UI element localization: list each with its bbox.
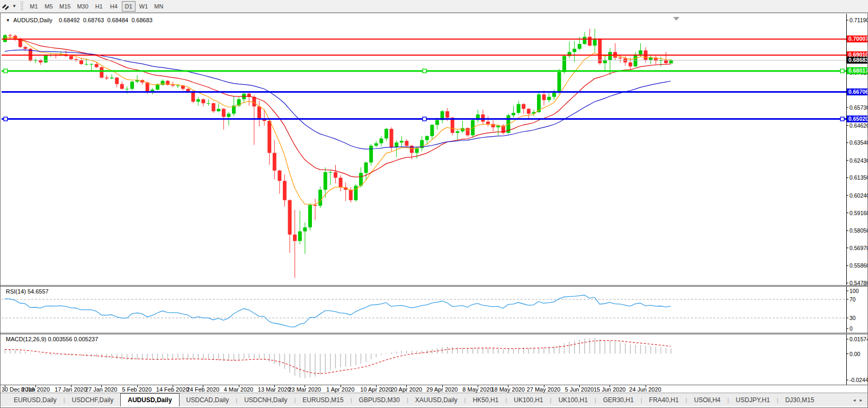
timeframe-button-m5[interactable]: M5 <box>42 1 56 12</box>
timeframe-button-m15[interactable]: M15 <box>57 1 73 12</box>
timeframe-button-mn[interactable]: MN <box>151 1 166 12</box>
time-axis-label: 5 Feb 2020 <box>122 386 152 393</box>
rsi-chart[interactable] <box>1 287 867 333</box>
chart-tab-uk100-h1[interactable]: UK100,H1 <box>551 393 594 406</box>
time-axis-label: 29 Apr 2020 <box>426 386 458 393</box>
macd-axis-label: -0.024413 <box>849 377 867 383</box>
chart-tab-usdcad-daily[interactable]: USDCAD,Daily <box>180 393 236 406</box>
timeframe-button-w1[interactable]: W1 <box>137 1 151 12</box>
price-axis-tick-label: 0.54780 <box>849 280 867 285</box>
chart-tab-dj30-m15[interactable]: DJ30,M15 <box>778 393 821 406</box>
line-handle[interactable] <box>423 117 426 121</box>
candle-body <box>593 39 597 46</box>
candle-body <box>283 181 287 200</box>
line-handle[interactable] <box>423 69 426 73</box>
candle-body <box>547 97 551 100</box>
macd-chart[interactable] <box>1 334 867 385</box>
chart-symbol-period: AUDUSD,Daily <box>13 17 52 23</box>
line-handle[interactable] <box>4 117 7 121</box>
timeframe-button-h4[interactable]: H4 <box>107 1 121 12</box>
chart-tab-hk50-h1[interactable]: HK50,H1 <box>466 393 506 406</box>
price-axis-tick-label: 0.65730 <box>849 104 867 111</box>
candle-body <box>451 118 454 133</box>
symbol-dropdown-icon[interactable]: ▼ <box>6 18 10 23</box>
main-chart-panel[interactable]: ▼ AUDUSD,Daily 0.68492 0.68763 0.68484 0… <box>1 14 867 285</box>
candle-body <box>95 64 99 67</box>
rsi-panel[interactable]: RSI(14) 54.6557 10070300 <box>1 287 867 333</box>
candle-body <box>191 91 195 102</box>
time-axis-label: 24 Feb 2020 <box>186 386 219 393</box>
rsi-axis-label: 0 <box>849 325 853 332</box>
candle-body <box>196 99 200 102</box>
chart-tab-ger30-h1[interactable]: GER30,H1 <box>596 393 641 406</box>
time-axis-label: 8 Jan 2020 <box>21 386 50 393</box>
price-axis-tick-label: 0.71190 <box>849 17 867 23</box>
chart-tab-uk100-h1[interactable]: UK100,H1 <box>507 393 550 406</box>
timeframe-button-m1[interactable]: M1 <box>27 1 41 12</box>
candle-body <box>588 37 592 46</box>
candle-body <box>598 39 602 63</box>
chart-tab-usdcnh-daily[interactable]: USDCNH,Daily <box>237 393 294 406</box>
price-axis-tick-label: 0.61350 <box>849 174 867 181</box>
chart-tab-audusd-daily[interactable]: AUDUSD,Daily <box>120 393 179 406</box>
price-axis-tick-label: 0.59160 <box>849 210 867 216</box>
chart-tab-xauusd-daily[interactable]: XAUUSD,Daily <box>408 393 464 406</box>
candle-body <box>110 78 114 79</box>
price-label: 0.66706 <box>847 88 867 95</box>
candle-body <box>227 114 230 117</box>
candlestick-chart[interactable] <box>1 14 867 285</box>
chart-window: ▼ AUDUSD,Daily 0.68492 0.68763 0.68484 0… <box>0 13 868 408</box>
candle-body <box>318 190 322 206</box>
rsi-axis-label: 70 <box>849 296 856 303</box>
candle-body <box>334 172 337 178</box>
chart-tab-usdjpy-h1[interactable]: USDJPY,H1 <box>729 393 776 406</box>
chart-tab-usoil-h4[interactable]: USOil,H4 <box>687 393 727 406</box>
chart-tab-fra40-h1[interactable]: FRA40,H1 <box>642 393 686 406</box>
macd-signal-line <box>5 341 671 374</box>
candle-body <box>298 232 302 241</box>
candle-body <box>293 235 297 241</box>
chart-tool-icon[interactable] <box>1 2 11 11</box>
candle-body <box>527 109 531 113</box>
candle-body <box>125 89 129 90</box>
time-axis-label: 17 Jan 2020 <box>55 386 87 393</box>
line-handle[interactable] <box>840 117 844 121</box>
moving-average-medium <box>5 39 671 177</box>
rsi-line <box>5 295 671 327</box>
candle-body <box>390 129 393 147</box>
time-axis-label: 5 Jun 2020 <box>565 386 594 393</box>
macd-panel[interactable]: MACD(12,26,9) 0.003556 0.005237 0.015741… <box>1 334 867 385</box>
price-axis-tick-label: 0.64620 <box>849 122 867 129</box>
chart-tab-usdchf-daily[interactable]: USDCHF,Daily <box>65 393 121 406</box>
chart-tab-gbpusd-m30[interactable]: GBPUSD,M30 <box>352 393 407 406</box>
tab-scroll-left-icon[interactable]: ◂ <box>853 397 856 403</box>
ohlc-values: 0.68492 0.68763 0.68484 0.68683 <box>59 17 153 23</box>
macd-axis-label: 0.00 <box>849 351 860 357</box>
timeframe-button-h1[interactable]: H1 <box>92 1 106 12</box>
candle-body <box>186 89 190 92</box>
candle-body <box>369 146 373 163</box>
chart-tab-eurusd-m15[interactable]: EURUSD,M15 <box>296 393 350 406</box>
candle-body <box>69 56 73 59</box>
line-handle[interactable] <box>4 69 7 73</box>
candle-body <box>339 178 343 187</box>
timeframe-button-d1[interactable]: D1 <box>122 1 136 12</box>
candle-body <box>517 104 521 113</box>
close-value: 0.68683 <box>131 17 153 23</box>
tab-scroll-right-icon[interactable]: ▸ <box>860 397 862 403</box>
candle-body <box>374 143 378 146</box>
tab-scroll-arrows: ◂ ▸ <box>853 393 862 407</box>
candle-body <box>395 143 398 147</box>
chart-tab-eurusd-daily[interactable]: EURUSD,Daily <box>7 393 64 406</box>
rsi-label: RSI(14) 54.6557 <box>6 288 49 295</box>
candle-body <box>349 190 353 200</box>
line-handle[interactable] <box>840 69 844 73</box>
time-axis-label: 27 May 2020 <box>527 386 561 393</box>
timeframe-button-m30[interactable]: M30 <box>74 1 91 12</box>
candle-body <box>288 200 292 235</box>
dropdown-caret-icon[interactable]: ▼ <box>11 4 17 8</box>
time-axis[interactable]: 30 Dec 20198 Jan 202017 Jan 202027 Jan 2… <box>1 385 867 393</box>
macd-label: MACD(12,26,9) 0.003556 0.005237 <box>6 336 98 342</box>
time-axis-label: 14 Feb 2020 <box>156 386 189 393</box>
top-toolbar: ▼ M1M5M15M30H1H4D1W1MN <box>0 0 868 13</box>
